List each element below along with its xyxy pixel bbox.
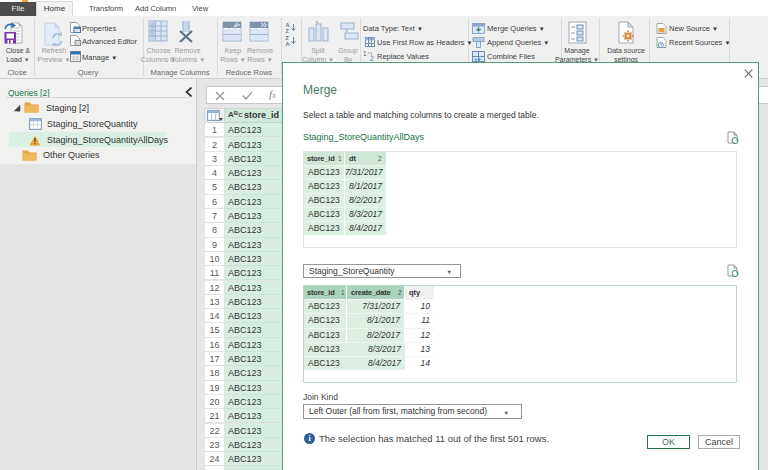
svg-text:1: 1 [363,50,367,57]
svg-text:++: ++ [474,56,482,62]
svg-text:A: A [286,41,290,47]
svg-text:Z: Z [286,28,290,34]
